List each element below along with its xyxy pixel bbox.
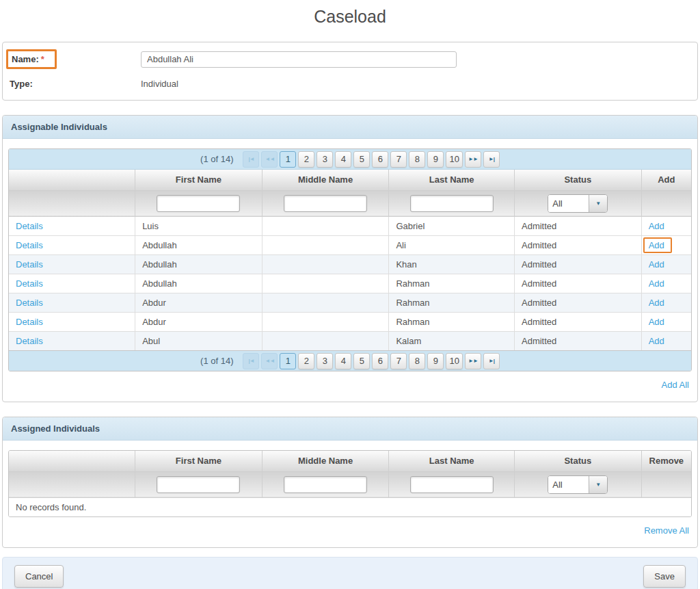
middle-name-cell — [262, 216, 389, 235]
assignable-datatable: (1 of 14) |◄ ◄◄ 12345678910 ►► ►| First … — [8, 148, 692, 371]
remove-all-link[interactable]: Remove All — [644, 525, 689, 536]
status-cell: Admitted — [515, 254, 642, 274]
save-button[interactable]: Save — [643, 565, 686, 588]
details-link[interactable]: Details — [16, 259, 43, 270]
paginator-page-buttons: 12345678910 — [280, 151, 462, 168]
add-link[interactable]: Add — [649, 221, 664, 231]
assigned-datatable: First Name Middle Name Last Name Status … — [8, 450, 692, 517]
paginator-last-page-icon[interactable]: ►| — [483, 353, 500, 369]
paginator-next-page-icon[interactable]: ►► — [465, 353, 481, 369]
page-button-8[interactable]: 8 — [409, 353, 425, 369]
last-name-cell: Khan — [389, 254, 515, 274]
page-button-10[interactable]: 10 — [446, 151, 462, 168]
page-button-3[interactable]: 3 — [317, 353, 333, 369]
page-button-1[interactable]: 1 — [280, 151, 296, 168]
page-title: Caseload — [0, 7, 700, 27]
column-header-blank — [9, 451, 135, 471]
first-name-cell: Abul — [135, 331, 262, 350]
page-button-9[interactable]: 9 — [427, 151, 444, 168]
filter-cell-blank — [9, 471, 135, 497]
middle-name-filter-input[interactable] — [284, 195, 367, 212]
page-button-5[interactable]: 5 — [353, 151, 370, 168]
assigned-individuals-panel: Assigned Individuals First Name Middle N… — [2, 417, 698, 548]
page-button-5[interactable]: 5 — [353, 353, 370, 369]
assigned-first-name-filter-input[interactable] — [157, 476, 240, 493]
assignable-paginator-bottom: (1 of 14) |◄ ◄◄ 12345678910 ►► ►| — [9, 350, 691, 371]
details-link[interactable]: Details — [16, 298, 43, 308]
assigned-middle-name-filter-input[interactable] — [284, 476, 367, 493]
assignable-panel-title: Assignable Individuals — [3, 116, 697, 139]
dropdown-arrow-icon[interactable]: ▼ — [589, 195, 607, 212]
page-button-8[interactable]: 8 — [409, 151, 425, 168]
column-header-status: Status — [515, 451, 642, 471]
name-label-highlight-box: Name:* — [6, 49, 57, 69]
add-all-link[interactable]: Add All — [662, 380, 689, 390]
paginator-next-page-icon[interactable]: ►► — [465, 151, 481, 168]
assigned-last-name-filter-input[interactable] — [410, 476, 494, 493]
details-link[interactable]: Details — [16, 240, 43, 250]
page-button-9[interactable]: 9 — [427, 353, 444, 369]
status-cell: Admitted — [515, 216, 642, 235]
paginator-last-page-icon[interactable]: ►| — [483, 151, 500, 168]
status-filter-selected-value: All — [548, 476, 589, 493]
cancel-button[interactable]: Cancel — [14, 565, 64, 588]
last-name-cell: Ali — [389, 235, 515, 254]
assigned-filter-row: All ▼ — [9, 471, 691, 497]
page-button-3[interactable]: 3 — [317, 151, 333, 168]
middle-name-cell — [262, 312, 389, 331]
page-button-4[interactable]: 4 — [335, 151, 351, 168]
last-name-filter-input[interactable] — [410, 195, 494, 212]
add-link[interactable]: Add — [649, 317, 664, 327]
last-name-cell: Rahman — [389, 293, 515, 312]
filter-cell-blank — [9, 190, 135, 216]
details-link[interactable]: Details — [16, 336, 43, 346]
assignable-paginator-top: (1 of 14) |◄ ◄◄ 12345678910 ►► ►| — [9, 149, 691, 170]
name-label: Name: — [12, 54, 39, 64]
assigned-panel-body: First Name Middle Name Last Name Status … — [3, 441, 697, 547]
assigned-panel-footer: Remove All — [8, 517, 692, 545]
last-name-cell: Rahman — [389, 274, 515, 293]
add-link[interactable]: Add — [649, 336, 664, 346]
status-filter-dropdown[interactable]: All ▼ — [548, 194, 608, 213]
add-link[interactable]: Add — [643, 237, 672, 253]
first-name-cell: Abdur — [135, 293, 262, 312]
page-button-10[interactable]: 10 — [446, 353, 462, 369]
add-link[interactable]: Add — [649, 259, 664, 270]
page-button-6[interactable]: 6 — [372, 353, 388, 369]
name-input[interactable] — [141, 51, 457, 68]
add-link[interactable]: Add — [649, 298, 664, 308]
assignable-filter-row: All ▼ — [9, 190, 691, 216]
filter-cell-add-blank — [641, 190, 691, 216]
column-header-first-name: First Name — [135, 451, 262, 471]
paginator-current-page-report: (1 of 14) — [200, 356, 233, 366]
type-form-row: Type: Individual — [10, 79, 690, 89]
first-name-cell: Luis — [135, 216, 262, 235]
status-cell: Admitted — [515, 312, 642, 331]
page-button-4[interactable]: 4 — [335, 353, 351, 369]
dropdown-arrow-icon[interactable]: ▼ — [589, 476, 607, 493]
page-button-7[interactable]: 7 — [390, 151, 407, 168]
assignable-individuals-panel: Assignable Individuals (1 of 14) |◄ ◄◄ 1… — [2, 115, 698, 402]
middle-name-cell — [262, 235, 389, 254]
page-button-7[interactable]: 7 — [390, 353, 407, 369]
table-row: Details Abdullah Rahman Admitted Add — [9, 274, 691, 293]
page-button-6[interactable]: 6 — [372, 151, 388, 168]
assignable-table-body: Details Luis Gabriel Admitted Add Detail… — [9, 216, 691, 350]
page-button-2[interactable]: 2 — [298, 151, 314, 168]
column-header-middle-name: Middle Name — [262, 170, 389, 190]
column-header-status: Status — [515, 170, 642, 190]
name-label-column: Name:* — [10, 49, 141, 69]
page-button-1[interactable]: 1 — [280, 353, 296, 369]
status-cell: Admitted — [515, 235, 642, 254]
details-link[interactable]: Details — [16, 221, 43, 231]
details-link[interactable]: Details — [16, 317, 43, 327]
add-link[interactable]: Add — [649, 278, 664, 289]
paginator-first-page-icon: |◄ — [243, 353, 259, 369]
first-name-filter-input[interactable] — [157, 195, 240, 212]
details-link[interactable]: Details — [16, 278, 43, 289]
paginator-page-buttons: 12345678910 — [280, 353, 462, 369]
last-name-cell: Gabriel — [389, 216, 515, 235]
table-row: Details Luis Gabriel Admitted Add — [9, 216, 691, 235]
assigned-status-filter-dropdown[interactable]: All ▼ — [548, 475, 608, 494]
page-button-2[interactable]: 2 — [298, 353, 314, 369]
